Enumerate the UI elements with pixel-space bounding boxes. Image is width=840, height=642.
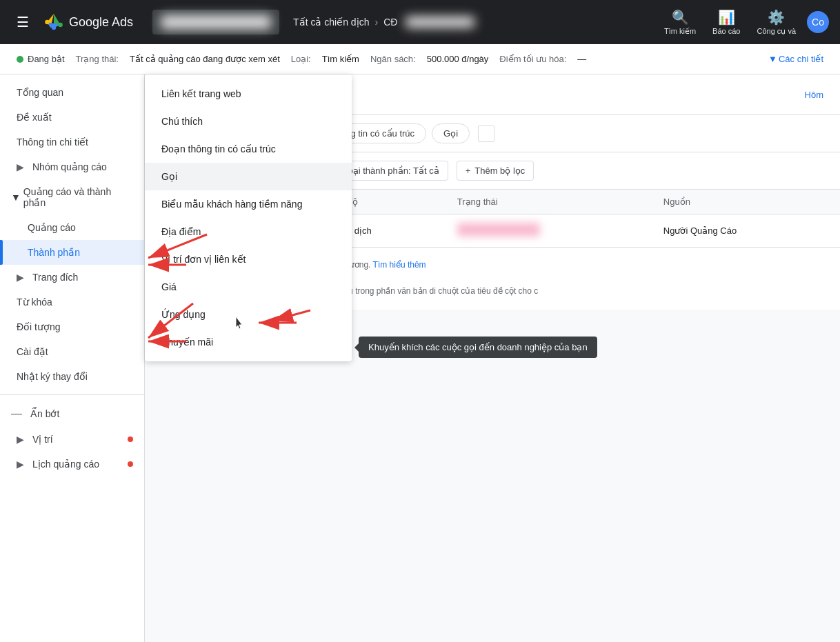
expand-icon: ▶ bbox=[17, 161, 24, 172]
collapse-icon: — bbox=[11, 408, 22, 420]
dropdown-item-doan-thong-tin[interactable]: Đoạn thông tin có cấu trúc bbox=[145, 135, 352, 163]
sidebar-label: Quảng cáo và thành phần bbox=[23, 186, 133, 208]
sidebar-item-doi-tuong[interactable]: Đối tượng bbox=[0, 314, 144, 339]
sidebar-item-lich-quang-cao[interactable]: ▶ Lịch quảng cáo bbox=[0, 452, 144, 477]
main-layout: Tổng quan Đề xuất Thông tin chi tiết ▶ N… bbox=[0, 74, 840, 642]
status-dot bbox=[17, 56, 23, 63]
collapse-icon: ▼ bbox=[11, 192, 21, 203]
report-nav-item[interactable]: 📊 Báo cáo bbox=[707, 6, 746, 38]
svg-point-5 bbox=[58, 23, 62, 27]
diem-label: Điểm tối ưu hóa: bbox=[499, 54, 566, 64]
search-nav-item[interactable]: 🔍 Tìm kiếm bbox=[659, 6, 701, 39]
status-active-label: Đang bật bbox=[28, 54, 65, 64]
sidebar-item-thong-tin[interactable]: Thông tin chi tiết bbox=[0, 130, 144, 154]
ngan-sach-label: Ngân sách: bbox=[370, 54, 416, 64]
trang-thai-value: Tất cả quảng cáo đang được xem xét bbox=[130, 54, 280, 64]
expand-icon: ▶ bbox=[17, 434, 24, 445]
breadcrumb-nav: Tất cả chiến dịch › CĐ bbox=[293, 17, 474, 28]
sidebar-label: Nhóm quảng cáo bbox=[32, 161, 107, 172]
report-label: Báo cáo bbox=[712, 27, 740, 35]
sidebar-label: Cài đặt bbox=[17, 346, 48, 357]
top-navigation: ☰ Google Ads Tất cả chiến dịch › CĐ 🔍 Tì… bbox=[0, 0, 840, 44]
campaign-name bbox=[406, 17, 474, 28]
sidebar-label: Nhật ký thay đổi bbox=[17, 371, 88, 382]
svg-point-4 bbox=[45, 20, 49, 24]
avatar[interactable]: Co bbox=[807, 11, 829, 33]
account-name bbox=[161, 15, 271, 29]
cell-trang-thai bbox=[446, 214, 652, 248]
dropdown-menu: Liên kết trang web Chú thích Đoạn thông … bbox=[145, 74, 352, 361]
nav-actions: 🔍 Tìm kiếm 📊 Báo cáo ⚙️ Công cụ và Co bbox=[659, 6, 829, 39]
sidebar-item-cai-dat[interactable]: Cài đặt bbox=[0, 339, 144, 364]
sidebar-label: Đối tượng bbox=[17, 321, 61, 332]
sidebar-item-nhat-ky[interactable]: Nhật ký thay đổi bbox=[0, 364, 144, 389]
checkbox-element[interactable] bbox=[478, 126, 494, 142]
account-selector[interactable] bbox=[152, 10, 279, 34]
blurred-status bbox=[457, 223, 540, 237]
chevron-down-icon: ▼ bbox=[768, 54, 777, 64]
learn-more-link[interactable]: Tìm hiểu thêm bbox=[373, 260, 426, 270]
sidebar-item-tong-quan[interactable]: Tổng quan bbox=[0, 80, 144, 105]
trang-thai-label: Trạng thái: bbox=[76, 54, 119, 64]
sidebar-label: Tổng quan bbox=[17, 87, 63, 98]
dropdown-item-ung-dung[interactable]: Ứng dụng bbox=[145, 301, 352, 328]
add-filter-button[interactable]: + Thêm bộ lọc bbox=[457, 161, 534, 181]
report-icon: 📊 bbox=[718, 9, 735, 26]
sidebar-item-thanh-phan[interactable]: Thành phần bbox=[0, 240, 144, 265]
dropdown-item-goi[interactable]: Gọi bbox=[145, 163, 352, 190]
sidebar-item-quang-cao-thanh-phan[interactable]: ▼ Quảng cáo và thành phần bbox=[0, 179, 144, 215]
sidebar-label: Quảng cáo bbox=[28, 222, 76, 233]
sidebar-label: Thông tin chi tiết bbox=[17, 137, 88, 148]
sidebar-label: Lịch quảng cáo bbox=[32, 459, 99, 470]
sidebar-divider bbox=[0, 394, 144, 395]
dropdown-item-bieu-mau[interactable]: Biểu mẫu khách hàng tiềm năng bbox=[145, 190, 352, 218]
notification-dot bbox=[128, 461, 133, 467]
google-ads-logo: Google Ads bbox=[43, 11, 133, 33]
filter-tab-goi[interactable]: Gọi bbox=[432, 123, 470, 143]
breadcrumb-all-campaigns[interactable]: Tất cả chiến dịch bbox=[293, 17, 369, 28]
dropdown-item-lien-ket[interactable]: Liên kết trang web bbox=[145, 80, 352, 108]
tooltip: Khuyến khích các cuộc gọi đến doanh nghi… bbox=[359, 337, 597, 358]
sidebar-label: Thành phần bbox=[28, 247, 80, 258]
expand-icon: ▶ bbox=[17, 459, 24, 470]
cell-nguon: Người Quảng Cáo bbox=[652, 214, 840, 248]
type-filter-label: Loại thành phần: Tất cả bbox=[343, 165, 439, 176]
search-icon: 🔍 bbox=[672, 9, 689, 26]
dropdown-item-khuyen-mai[interactable]: Khuyến mãi bbox=[145, 328, 352, 356]
sidebar: Tổng quan Đề xuất Thông tin chi tiết ▶ N… bbox=[0, 74, 145, 642]
col-nguon: Nguồn bbox=[652, 190, 840, 214]
details-button[interactable]: ▼ Các chi tiết bbox=[768, 54, 823, 64]
sidebar-item-an-bot[interactable]: — Ẩn bớt bbox=[0, 401, 144, 427]
loai-label: Loại: bbox=[291, 54, 311, 64]
sidebar-item-trang-dich[interactable]: ▶ Trang đích bbox=[0, 265, 144, 290]
app-name: Google Ads bbox=[69, 15, 133, 30]
ngan-sach-value: 500.000 đ/ngày bbox=[427, 54, 489, 64]
notification-dot bbox=[128, 437, 133, 442]
status-bar: Đang bật Trạng thái: Tất cả quảng cáo đa… bbox=[0, 44, 840, 74]
sidebar-item-nhom-quang-cao[interactable]: ▶ Nhóm quảng cáo bbox=[0, 154, 144, 179]
tools-label: Công cụ và bbox=[757, 27, 796, 36]
col-trang-thai: Trạng thái bbox=[446, 190, 652, 214]
google-ads-logo-icon bbox=[43, 11, 65, 33]
svg-point-6 bbox=[52, 26, 56, 30]
sidebar-item-quang-cao[interactable]: Quảng cáo bbox=[0, 215, 144, 240]
sidebar-item-tu-khoa[interactable]: Từ khóa bbox=[0, 290, 144, 314]
sidebar-label: Ẩn bớt bbox=[30, 408, 59, 419]
expand-icon: ▶ bbox=[17, 272, 24, 283]
dropdown-item-gia[interactable]: Giá bbox=[145, 273, 352, 301]
sidebar-item-de-xuat[interactable]: Đề xuất bbox=[0, 105, 144, 130]
search-label: Tìm kiếm bbox=[664, 27, 696, 36]
breadcrumb-right: Hôm bbox=[805, 86, 823, 100]
sidebar-label: Đề xuất bbox=[17, 112, 52, 123]
dropdown-item-dia-diem[interactable]: Địa điểm bbox=[145, 218, 352, 245]
hamburger-icon[interactable]: ☰ bbox=[11, 8, 34, 36]
add-filter-icon: + bbox=[466, 165, 471, 176]
sidebar-item-vi-tri[interactable]: ▶ Vị trí bbox=[0, 427, 144, 452]
sidebar-label: Trang đích bbox=[32, 272, 78, 283]
tools-nav-item[interactable]: ⚙️ Công cụ và bbox=[751, 6, 801, 39]
sidebar-label: Từ khóa bbox=[17, 297, 52, 308]
dropdown-item-chu-thich[interactable]: Chú thích bbox=[145, 108, 352, 135]
diem-value: — bbox=[577, 54, 586, 64]
dropdown-item-vi-tri[interactable]: Vị trí đơn vị liên kết bbox=[145, 245, 352, 273]
add-filter-label: Thêm bộ lọc bbox=[474, 165, 525, 176]
